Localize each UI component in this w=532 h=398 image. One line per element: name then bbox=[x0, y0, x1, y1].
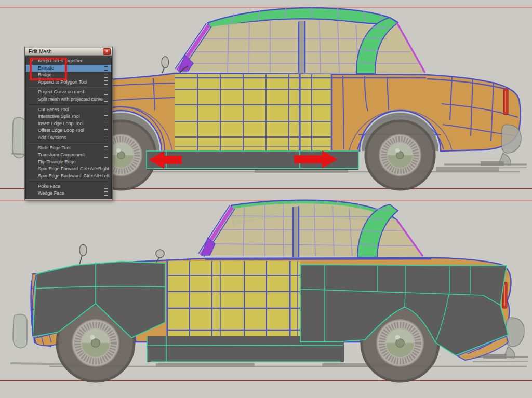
fender-mirror bbox=[79, 244, 87, 256]
menu-item-wedge-face[interactable]: Wedge Face bbox=[26, 190, 111, 197]
edit-mesh-titlebar[interactable]: Edit Mesh x bbox=[25, 48, 112, 56]
menu-item-offset-edge-loop-tool[interactable]: Offset Edge Loop Tool bbox=[26, 127, 111, 134]
menu-item-insert-edge-loop-tool[interactable]: Insert Edge Loop Tool bbox=[26, 120, 111, 128]
option-box-icon[interactable] bbox=[104, 115, 108, 119]
option-box-icon[interactable] bbox=[104, 98, 108, 102]
menu-separator bbox=[29, 87, 109, 88]
menu-item-split-mesh-with-projected-curve[interactable]: Split mesh with projected curve bbox=[26, 96, 111, 103]
option-box-icon[interactable] bbox=[104, 129, 108, 133]
option-box-icon[interactable] bbox=[104, 108, 108, 112]
option-box-icon[interactable] bbox=[104, 136, 108, 140]
option-box-icon[interactable] bbox=[104, 122, 108, 126]
option-box-icon[interactable] bbox=[104, 66, 108, 71]
front-bumper-ghost bbox=[12, 117, 25, 158]
door-mesh bbox=[167, 261, 300, 336]
option-box-icon[interactable] bbox=[104, 154, 108, 158]
menu-separator bbox=[29, 104, 109, 105]
side-mirror bbox=[162, 57, 169, 68]
menu-item-extrude[interactable]: Extrude bbox=[26, 65, 111, 72]
menu-item-project-curve-on-mesh[interactable]: Project Curve on mesh bbox=[26, 89, 111, 96]
rear-wheel bbox=[362, 113, 438, 189]
menu-item-poke-face[interactable]: Poke Face bbox=[26, 183, 111, 190]
menu-item-spin-edge-backward[interactable]: Spin Edge BackwardCtrl+Alt+Left bbox=[26, 173, 111, 180]
menu-item-interactive-split-tool[interactable]: Interactive Split Tool bbox=[26, 113, 111, 120]
cowl-mirror bbox=[156, 250, 164, 258]
option-box-icon[interactable] bbox=[104, 185, 108, 189]
menu-item-spin-edge-forward[interactable]: Spin Edge ForwardCtrl+Alt+Right bbox=[26, 166, 111, 173]
b-pillar bbox=[293, 207, 299, 257]
menu-item-keep-faces-together[interactable]: ✓ Keep Faces Together bbox=[26, 58, 111, 65]
edit-mesh-menu: ✓ Keep Faces Together Extrude Bridge App… bbox=[25, 56, 112, 199]
menu-item-transform-component[interactable]: Transform Component bbox=[26, 152, 111, 159]
option-box-icon[interactable] bbox=[104, 80, 108, 85]
window-title: Edit Mesh bbox=[29, 49, 103, 54]
menu-item-cut-faces-tool[interactable]: Cut Faces Tool bbox=[26, 106, 111, 114]
option-box-icon[interactable] bbox=[104, 74, 108, 78]
door-mesh bbox=[175, 74, 331, 150]
option-box-icon[interactable] bbox=[104, 146, 108, 150]
menu-separator bbox=[29, 143, 109, 144]
menu-item-flip-triangle-edge[interactable]: Flip Triangle Edge bbox=[26, 159, 111, 166]
maya-tutorial-screenshot: Edit Mesh x ✓ Keep Faces Together Extrud… bbox=[0, 0, 532, 398]
rear-bumper-ghost bbox=[502, 125, 521, 153]
menu-item-slide-edge-tool[interactable]: Slide Edge Tool bbox=[26, 145, 111, 152]
menu-item-add-divisions[interactable]: Add Divisions bbox=[26, 134, 111, 142]
menu-item-append-to-polygon-tool[interactable]: Append to Polygon Tool bbox=[26, 79, 111, 86]
close-icon[interactable]: x bbox=[103, 48, 111, 55]
front-bumper-ghost bbox=[13, 314, 27, 348]
menu-separator bbox=[29, 181, 109, 182]
rear-bumper-ghost bbox=[506, 318, 524, 347]
shortcut-label: Ctrl+Alt+Right bbox=[80, 166, 109, 171]
menu-item-bridge[interactable]: Bridge bbox=[26, 72, 111, 79]
bottom-viewport-car bbox=[10, 200, 528, 381]
option-box-icon[interactable] bbox=[104, 91, 108, 95]
option-box-icon[interactable] bbox=[104, 191, 108, 196]
check-icon: ✓ bbox=[30, 58, 34, 65]
shortcut-label: Ctrl+Alt+Left bbox=[84, 173, 110, 179]
b-pillar bbox=[299, 21, 305, 73]
edit-mesh-window: Edit Mesh x ✓ Keep Faces Together Extrud… bbox=[24, 47, 113, 200]
